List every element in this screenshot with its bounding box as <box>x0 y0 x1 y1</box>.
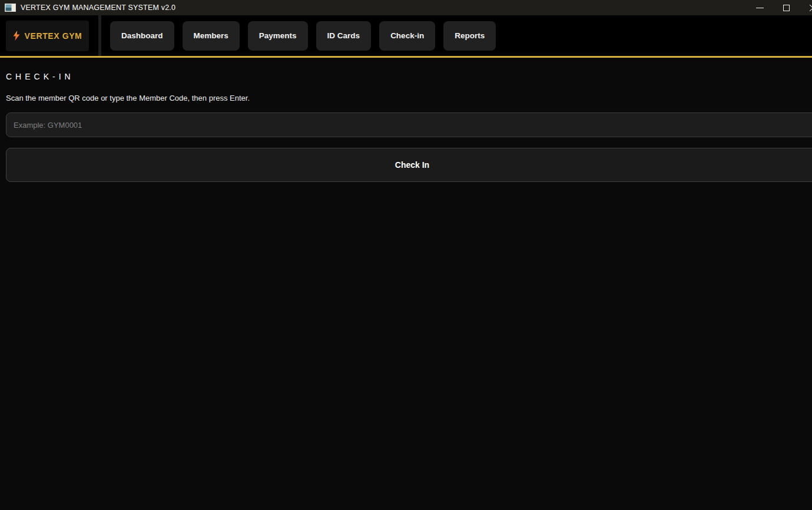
nav-tab-members[interactable]: Members <box>183 21 240 51</box>
lightning-bolt-icon <box>13 31 20 41</box>
nav-tab-payments[interactable]: Payments <box>248 21 308 51</box>
close-icon <box>809 4 812 12</box>
nav-buttons: Dashboard Members Payments ID Cards Chec… <box>110 21 496 51</box>
nav-tab-check-in[interactable]: Check-in <box>379 21 435 51</box>
window-title: VERTEX GYM MANAGEMENT SYSTEM v2.0 <box>21 4 175 12</box>
nav-tab-dashboard[interactable]: Dashboard <box>110 21 174 51</box>
member-code-input[interactable] <box>6 112 812 137</box>
titlebar: VERTEX GYM MANAGEMENT SYSTEM v2.0 <box>0 0 812 15</box>
nav-tab-id-cards[interactable]: ID Cards <box>316 21 372 51</box>
page-title: CHECK-IN <box>6 72 812 81</box>
maximize-button[interactable] <box>773 0 800 15</box>
app-window-icon <box>5 4 16 12</box>
brand-badge: VERTEX GYM <box>6 21 89 51</box>
maximize-icon <box>783 5 790 11</box>
brand-label: VERTEX GYM <box>25 31 82 41</box>
check-in-button[interactable]: Check In <box>6 148 812 182</box>
check-in-page: CHECK-IN Scan the member QR code or type… <box>0 58 812 182</box>
window-controls <box>747 0 812 15</box>
instruction-text: Scan the member QR code or type the Memb… <box>6 94 812 102</box>
navbar: VERTEX GYM Dashboard Members Payments ID… <box>0 15 812 58</box>
nav-separator <box>98 15 101 56</box>
minimize-button[interactable] <box>747 0 773 15</box>
close-button[interactable] <box>800 0 812 15</box>
minimize-icon <box>756 8 764 8</box>
nav-tab-reports[interactable]: Reports <box>443 21 496 51</box>
